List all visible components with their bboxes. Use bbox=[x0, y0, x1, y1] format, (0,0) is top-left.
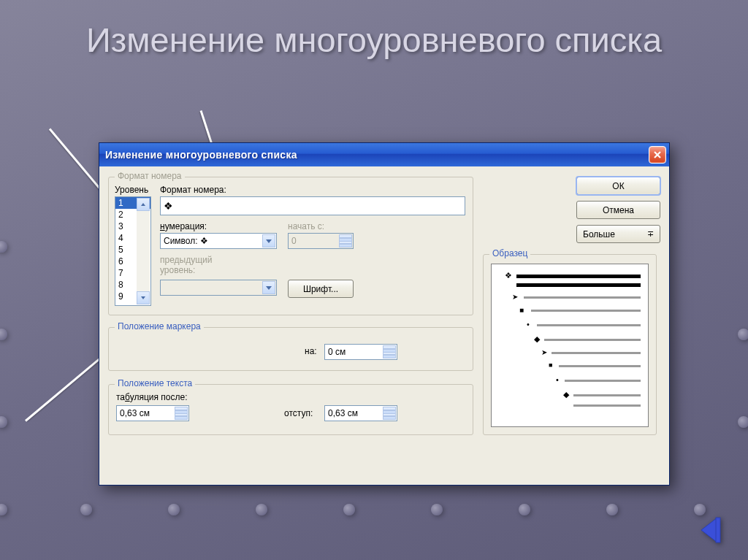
preview-bullet-4: • bbox=[527, 320, 530, 329]
group-sample: Образец ❖ ➤ ■ • ◆ ➤ ■ • ◆ bbox=[483, 254, 657, 435]
group-number-format: Формат номера Уровень 1 2 3 4 5 6 7 8 9 … bbox=[108, 177, 473, 315]
chevron-up-icon bbox=[383, 348, 395, 350]
preview-line-1b bbox=[516, 283, 641, 287]
preview-line-1 bbox=[516, 275, 641, 278]
indent-input[interactable]: 0,63 см bbox=[324, 405, 397, 421]
dialog-window: Изменение многоуровневого списка Формат … bbox=[99, 142, 670, 486]
scroll-up-button[interactable] bbox=[137, 198, 150, 211]
preview-line-5 bbox=[544, 339, 641, 341]
chevron-up-icon bbox=[141, 203, 145, 206]
font-button[interactable]: Шрифт... bbox=[288, 280, 354, 298]
preview-box: ❖ ➤ ■ • ◆ ➤ ■ • ◆ bbox=[491, 264, 649, 427]
cancel-button-label: Отмена bbox=[603, 205, 634, 215]
more-button[interactable]: Больше ∓ bbox=[576, 225, 660, 243]
chevron-down-icon bbox=[175, 415, 187, 417]
label-start-at: начать с: bbox=[288, 221, 324, 231]
preview-bullet-7: ■ bbox=[549, 361, 552, 369]
chevron-down-icon bbox=[340, 243, 351, 245]
preview-line-2 bbox=[524, 296, 641, 299]
preview-bullet-8: • bbox=[556, 375, 559, 384]
chevron-down-icon bbox=[141, 296, 145, 299]
group-label-sample: Образец bbox=[489, 248, 530, 258]
marker-at-input[interactable]: 0 см bbox=[324, 344, 397, 360]
close-icon bbox=[653, 150, 662, 159]
prev-slide-button[interactable] bbox=[695, 515, 726, 545]
chevron-down-icon bbox=[383, 415, 395, 417]
chevron-up-icon bbox=[340, 237, 351, 239]
preview-line-6 bbox=[552, 352, 641, 354]
svg-rect-0 bbox=[716, 518, 720, 542]
more-button-arrow-icon: ∓ bbox=[647, 229, 654, 239]
chevron-up-icon bbox=[383, 410, 395, 411]
label-indent: отступ: bbox=[284, 408, 313, 418]
prev-arrow-icon bbox=[695, 515, 726, 545]
chevron-down-icon bbox=[266, 286, 272, 290]
preview-line-7 bbox=[559, 365, 641, 367]
previous-level-select bbox=[160, 280, 277, 296]
preview-line-8 bbox=[565, 380, 641, 382]
titlebar: Изменение многоуровневого списка bbox=[99, 143, 669, 166]
group-label-text-position: Положение текста bbox=[115, 378, 195, 388]
preview-bullet-6: ➤ bbox=[541, 348, 547, 356]
spinner[interactable] bbox=[383, 345, 396, 358]
numbering-select-value: Символ: ❖ bbox=[164, 236, 208, 246]
ok-button-label: ОК bbox=[612, 181, 624, 191]
group-text-position: Положение текста табуляция после: 0,63 с… bbox=[108, 384, 473, 435]
number-format-input[interactable] bbox=[160, 196, 465, 215]
indent-value: 0,63 см bbox=[328, 408, 358, 418]
preview-bullet-1: ❖ bbox=[505, 271, 512, 280]
dialog-body: Формат номера Уровень 1 2 3 4 5 6 7 8 9 … bbox=[99, 166, 669, 485]
ok-button[interactable]: ОК bbox=[576, 177, 660, 195]
slide-title: Изменение многоуровневого списка bbox=[0, 0, 748, 60]
preview-line-3 bbox=[531, 310, 641, 312]
numbering-select[interactable]: Символ: ❖ bbox=[160, 233, 277, 249]
spinner bbox=[339, 234, 352, 248]
preview-line-9b bbox=[573, 404, 641, 407]
more-button-label: Больше bbox=[583, 229, 615, 239]
group-label-marker-position: Положение маркера bbox=[115, 321, 204, 331]
level-scrollbar[interactable] bbox=[137, 198, 150, 304]
preview-bullet-5: ◆ bbox=[534, 334, 540, 344]
spinner[interactable] bbox=[175, 407, 188, 420]
preview-line-4 bbox=[537, 324, 641, 326]
preview-bullet-9: ◆ bbox=[563, 390, 569, 399]
close-button[interactable] bbox=[649, 146, 666, 164]
tab-after-input[interactable]: 0,63 см bbox=[116, 405, 189, 421]
start-at-input: 0 bbox=[288, 233, 354, 249]
chevron-up-icon bbox=[175, 410, 187, 411]
preview-bullet-2: ➤ bbox=[512, 293, 518, 301]
cancel-button[interactable]: Отмена bbox=[576, 201, 660, 219]
spinner[interactable] bbox=[383, 407, 396, 420]
group-marker-position: Положение маркера на: 0 см bbox=[108, 327, 473, 371]
scroll-down-button[interactable] bbox=[137, 291, 150, 304]
level-listbox[interactable]: 1 2 3 4 5 6 7 8 9 bbox=[115, 196, 151, 306]
dialog-title: Изменение многоуровневого списка bbox=[105, 149, 649, 161]
label-marker-at: на: bbox=[305, 346, 317, 356]
font-button-label: Шрифт... bbox=[303, 284, 338, 294]
label-level: Уровень bbox=[115, 185, 148, 195]
dropdown-button[interactable] bbox=[262, 234, 275, 248]
dropdown-button bbox=[262, 281, 275, 294]
marker-at-value: 0 см bbox=[328, 347, 346, 357]
label-previous-level: предыдущий уровень: bbox=[160, 255, 233, 275]
chevron-down-icon bbox=[266, 239, 272, 243]
preview-bullet-3: ■ bbox=[519, 306, 524, 314]
chevron-down-icon bbox=[383, 354, 395, 356]
start-at-value: 0 bbox=[291, 236, 297, 246]
preview-line-9 bbox=[573, 394, 641, 396]
label-number-format: Формат номера: bbox=[160, 185, 226, 195]
tab-after-value: 0,63 см bbox=[120, 408, 150, 418]
label-tab-after: табуляция после: bbox=[116, 392, 187, 402]
label-numbering: нумерация: bbox=[160, 221, 207, 231]
group-label-number-format: Формат номера bbox=[115, 171, 185, 181]
